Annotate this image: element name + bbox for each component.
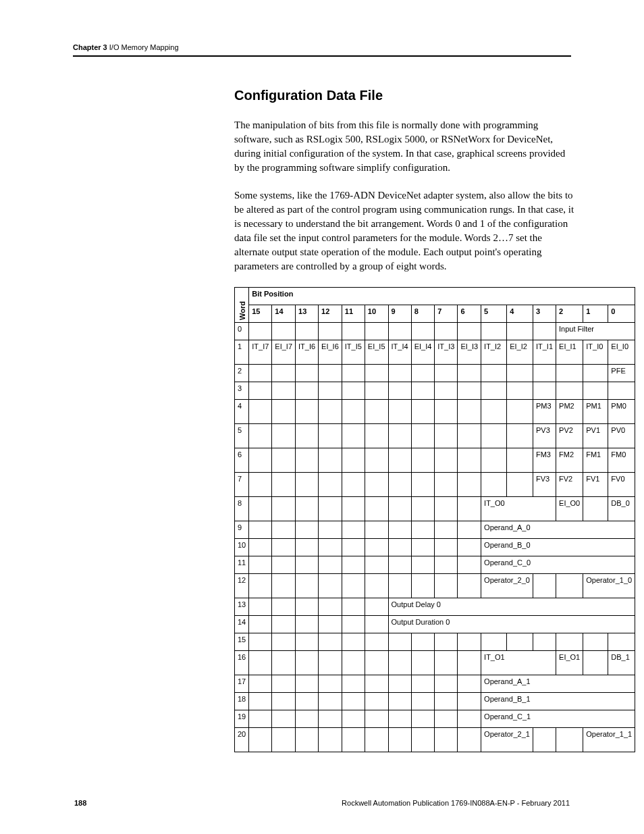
word-cell: 17 [235,675,249,693]
word-cell: 18 [235,693,249,710]
table-row: 1 IT_I7 EI_I7 IT_I6 EI_I6 IT_I5 EI_I5 IT… [235,340,635,365]
table-row: 15 [235,633,635,651]
col-10: 10 [365,305,388,323]
operand-cell: Operand_B_0 [481,539,635,556]
ei-cell: EI_O1 [556,651,583,675]
table-row: 3 [235,382,635,400]
header-row-2: 15 14 13 12 11 10 9 8 7 6 5 4 3 2 1 0 [235,305,635,323]
table-row: 11 Operand_C_0 [235,556,635,574]
header-row-1: Word Bit Position [235,288,635,305]
pfe-cell: PFE [608,365,635,382]
it-cell: IT_O0 [481,497,556,521]
paragraph-1: The manipulation of bits from this file … [234,118,576,175]
word-cell: 4 [235,400,249,424]
table-row: 4 PM3 PM2 PM1 PM0 [235,400,635,424]
operand-cell: Operand_C_1 [481,710,635,728]
table-row: 14 Output Duration 0 [235,616,635,633]
table-row: 17 Operand_A_1 [235,675,635,693]
col-1: 1 [583,305,608,323]
word-cell: 16 [235,651,249,675]
word-cell: 2 [235,365,249,382]
word-cell: 10 [235,539,249,556]
table-row: 19 Operand_C_1 [235,710,635,728]
table-row: 5 PV3 PV2 PV1 PV0 [235,424,635,448]
operator1-cell: Operator_1_1 [583,728,635,752]
word-cell: 13 [235,598,249,616]
output-duration-cell: Output Duration 0 [388,616,635,633]
it-cell: IT_O1 [481,651,556,675]
page-header: Chapter 3 I/O Memory Mapping [73,41,571,57]
word-cell: 5 [235,424,249,448]
operand-cell: Operand_A_0 [481,521,635,539]
bit-position-header: Bit Position [249,288,635,305]
input-filter-cell: Input Filter [556,323,635,340]
word-cell: 0 [235,323,249,340]
operator1-cell: Operator_1_0 [583,574,635,598]
main-content: Configuration Data File The manipulation… [234,88,576,752]
word-cell: 6 [235,448,249,473]
table-row: 10 Operand_B_0 [235,539,635,556]
col-9: 9 [388,305,411,323]
table-row: 7 FV3 FV2 FV1 FV0 [235,473,635,497]
paragraph-2: Some systems, like the 1769-ADN DeviceNe… [234,188,576,273]
word-cell: 14 [235,616,249,633]
col-0: 0 [608,305,635,323]
table-row: 9 Operand_A_0 [235,521,635,539]
chapter-number: Chapter 3 [73,43,107,51]
word-cell: 15 [235,633,249,651]
table-row: 2 PFE [235,365,635,382]
config-table: Word Bit Position 15 14 13 12 11 10 9 8 … [234,287,635,752]
operand-cell: Operand_A_1 [481,675,635,693]
word-cell: 3 [235,382,249,400]
col-15: 15 [249,305,272,323]
word-cell: 8 [235,497,249,521]
word-cell: 1 [235,340,249,365]
db-cell: DB_0 [608,497,635,521]
operand-cell: Operand_B_1 [481,693,635,710]
word-cell: 7 [235,473,249,497]
operator2-cell: Operator_2_0 [481,574,533,598]
config-table-wrap: Word Bit Position 15 14 13 12 11 10 9 8 … [234,287,576,752]
table-row: 16 IT_O1 EI_O1 DB_1 [235,651,635,675]
col-14: 14 [272,305,296,323]
table-row: 6 FM3 FM2 FM1 FM0 [235,448,635,473]
ei-cell: EI_O0 [556,497,583,521]
col-11: 11 [342,305,365,323]
table-row: 13 Output Delay 0 [235,598,635,616]
col-6: 6 [458,305,481,323]
chapter-label: Chapter 3 I/O Memory Mapping [73,43,179,51]
table-row: 20 Operator_2_1 Operator_1_1 [235,728,635,752]
col-7: 7 [435,305,458,323]
chapter-title: I/O Memory Mapping [107,43,179,51]
col-12: 12 [319,305,342,323]
table-row: 18 Operand_B_1 [235,693,635,710]
operand-cell: Operand_C_0 [481,556,635,574]
db-cell: DB_1 [608,651,635,675]
word-header: Word [235,288,249,323]
word-cell: 11 [235,556,249,574]
col-3: 3 [533,305,556,323]
col-5: 5 [481,305,507,323]
page-footer: 188 Rockwell Automation Publication 1769… [74,799,570,807]
word-cell: 19 [235,710,249,728]
col-2: 2 [556,305,583,323]
word-cell: 12 [235,574,249,598]
word-cell: 9 [235,521,249,539]
col-13: 13 [296,305,319,323]
table-row: 8 IT_O0 EI_O0 DB_0 [235,497,635,521]
section-title: Configuration Data File [234,88,576,103]
operator2-cell: Operator_2_1 [481,728,533,752]
col-4: 4 [507,305,533,323]
col-8: 8 [411,305,435,323]
word-cell: 20 [235,728,249,752]
page-number: 188 [74,799,86,807]
publication-info: Rockwell Automation Publication 1769-IN0… [342,799,570,807]
output-delay-cell: Output Delay 0 [388,598,635,616]
table-row: 12 Operator_2_0 Operator_1_0 [235,574,635,598]
table-row: 0 Input Filter [235,323,635,340]
